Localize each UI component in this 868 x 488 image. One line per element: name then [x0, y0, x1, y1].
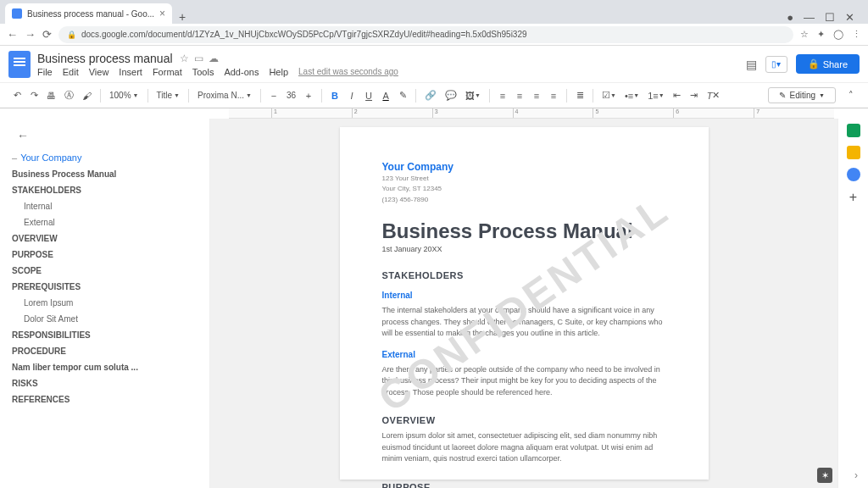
menu-edit[interactable]: Edit: [63, 67, 79, 77]
italic-button[interactable]: I: [345, 89, 359, 103]
h-overview[interactable]: OVERVIEW: [382, 415, 666, 425]
url-field[interactable]: 🔒 docs.google.com/document/d/1ZYzA_1v_NH…: [58, 26, 793, 43]
calendar-icon[interactable]: [847, 124, 860, 137]
zoom-select[interactable]: 100%▼: [107, 91, 142, 100]
doc-date[interactable]: 1st January 20XX: [382, 245, 666, 253]
font-size[interactable]: 36: [284, 91, 298, 100]
print-button[interactable]: 🖶: [44, 89, 58, 103]
redo-button[interactable]: ↷: [27, 88, 41, 103]
menu-help[interactable]: Help: [269, 67, 288, 77]
outline-item[interactable]: Dolor Sit Amet: [10, 311, 199, 327]
align-justify-button[interactable]: ≡: [547, 89, 560, 103]
company-name[interactable]: Your Company: [382, 161, 666, 173]
new-tab-button[interactable]: +: [172, 10, 192, 24]
address-line-1[interactable]: 123 Your Street: [382, 175, 666, 183]
menu-addons[interactable]: Add-ons: [224, 67, 259, 77]
tasks-icon[interactable]: [847, 168, 860, 181]
cloud-status-icon[interactable]: ☁: [209, 53, 219, 64]
last-edit-link[interactable]: Last edit was seconds ago: [298, 67, 398, 77]
indent-inc-button[interactable]: ⇥: [687, 88, 701, 103]
add-on-plus-button[interactable]: +: [849, 190, 857, 205]
outline-item[interactable]: PREREQUISITES: [10, 279, 199, 295]
h-external[interactable]: External: [382, 350, 666, 359]
close-window-icon[interactable]: ✕: [845, 11, 854, 24]
collapse-toolbar-button[interactable]: ˄: [844, 88, 858, 103]
font-select[interactable]: Proxima N...▼: [195, 91, 254, 100]
explore-button[interactable]: ✶: [817, 468, 832, 483]
checklist-button[interactable]: ☑▼: [599, 88, 619, 103]
menu-insert[interactable]: Insert: [119, 67, 142, 77]
move-doc-icon[interactable]: ▭: [194, 53, 203, 64]
underline-button[interactable]: U: [362, 89, 376, 103]
outline-item[interactable]: Your Company: [10, 149, 199, 166]
star-doc-icon[interactable]: ☆: [180, 53, 189, 64]
style-select[interactable]: Title▼: [154, 91, 182, 100]
outline-item[interactable]: RISKS: [10, 375, 199, 391]
address-line-3[interactable]: (123) 456-7890: [382, 196, 666, 204]
outline-item[interactable]: SCOPE: [10, 263, 199, 279]
highlight-button[interactable]: ✎: [396, 88, 409, 103]
document-title[interactable]: Business process manual: [37, 52, 173, 65]
outline-item[interactable]: OVERVIEW: [10, 230, 199, 247]
profile-icon[interactable]: ◯: [833, 29, 843, 40]
comments-icon[interactable]: ▤: [746, 58, 757, 71]
outline-item[interactable]: Business Process Manual: [10, 166, 199, 182]
share-button[interactable]: 🔒 Share: [796, 54, 860, 74]
minimize-icon[interactable]: —: [804, 11, 815, 24]
close-tab-icon[interactable]: ×: [159, 8, 165, 19]
outline-item[interactable]: Lorem Ipsum: [10, 295, 199, 311]
spellcheck-button[interactable]: Ⓐ: [62, 87, 76, 103]
menu-icon[interactable]: ⋮: [852, 29, 861, 40]
reload-button[interactable]: ⟳: [42, 28, 52, 41]
menu-file[interactable]: File: [37, 67, 53, 77]
number-list-button[interactable]: 1≡▼: [645, 89, 666, 103]
doc-main-title[interactable]: Business Process Manual: [382, 219, 666, 243]
outline-back-button[interactable]: ←: [10, 125, 199, 149]
back-button[interactable]: ←: [7, 28, 18, 41]
menu-tools[interactable]: Tools: [192, 67, 214, 77]
outline-item[interactable]: STAKEHOLDERS: [10, 182, 199, 198]
maximize-icon[interactable]: ☐: [825, 11, 835, 24]
bold-button[interactable]: B: [328, 89, 342, 103]
forward-button[interactable]: →: [25, 28, 36, 41]
comment-button[interactable]: 💬: [442, 88, 459, 103]
menu-view[interactable]: View: [89, 67, 109, 77]
p-external[interactable]: Are there any parties or people outside …: [382, 364, 666, 399]
extensions-icon[interactable]: ✦: [817, 29, 825, 40]
bullet-list-button[interactable]: •≡▼: [622, 89, 642, 103]
document-page[interactable]: CONFIDENTIAL Your Company 123 Your Stree…: [340, 127, 709, 480]
h-stakeholders[interactable]: STAKEHOLDERS: [382, 270, 666, 280]
document-canvas[interactable]: CONFIDENTIAL Your Company 123 Your Stree…: [210, 119, 837, 488]
ruler[interactable]: 1234567: [229, 108, 834, 119]
undo-button[interactable]: ↶: [10, 88, 24, 103]
align-right-button[interactable]: ≡: [530, 89, 543, 103]
outline-item[interactable]: PURPOSE: [10, 247, 199, 263]
image-button[interactable]: 🖼▼: [463, 89, 483, 103]
keep-icon[interactable]: [847, 146, 860, 159]
paint-format-button[interactable]: 🖌: [80, 89, 94, 103]
browser-tab[interactable]: Business process manual - Goo... ×: [5, 3, 172, 24]
outline-item[interactable]: External: [10, 214, 199, 230]
p-overview[interactable]: Lorem ipsum dolor sit amet, consectetuer…: [382, 430, 666, 465]
menu-format[interactable]: Format: [153, 67, 182, 77]
indent-dec-button[interactable]: ⇤: [670, 88, 684, 103]
p-internal[interactable]: The internal stakeholders at your compan…: [382, 305, 666, 340]
font-size-inc[interactable]: +: [302, 89, 315, 103]
outline-item[interactable]: RESPONSIBILITIES: [10, 327, 199, 343]
outline-item[interactable]: Nam liber tempor cum soluta ...: [10, 359, 199, 375]
line-spacing-button[interactable]: ≣: [573, 88, 587, 103]
present-button[interactable]: ▯▾: [765, 56, 787, 73]
text-color-button[interactable]: A: [379, 89, 392, 103]
star-icon[interactable]: ☆: [800, 29, 809, 40]
align-left-button[interactable]: ≡: [496, 89, 509, 103]
record-icon[interactable]: ●: [787, 11, 793, 24]
outline-item[interactable]: Internal: [10, 198, 199, 214]
mode-select[interactable]: ✎ Editing ▼: [768, 87, 836, 103]
h-internal[interactable]: Internal: [382, 291, 666, 300]
outline-item[interactable]: REFERENCES: [10, 391, 199, 408]
link-button[interactable]: 🔗: [422, 88, 439, 103]
address-line-2[interactable]: Your City, ST 12345: [382, 185, 666, 193]
align-center-button[interactable]: ≡: [513, 89, 526, 103]
outline-item[interactable]: PROCEDURE: [10, 343, 199, 359]
font-size-dec[interactable]: −: [267, 89, 281, 103]
